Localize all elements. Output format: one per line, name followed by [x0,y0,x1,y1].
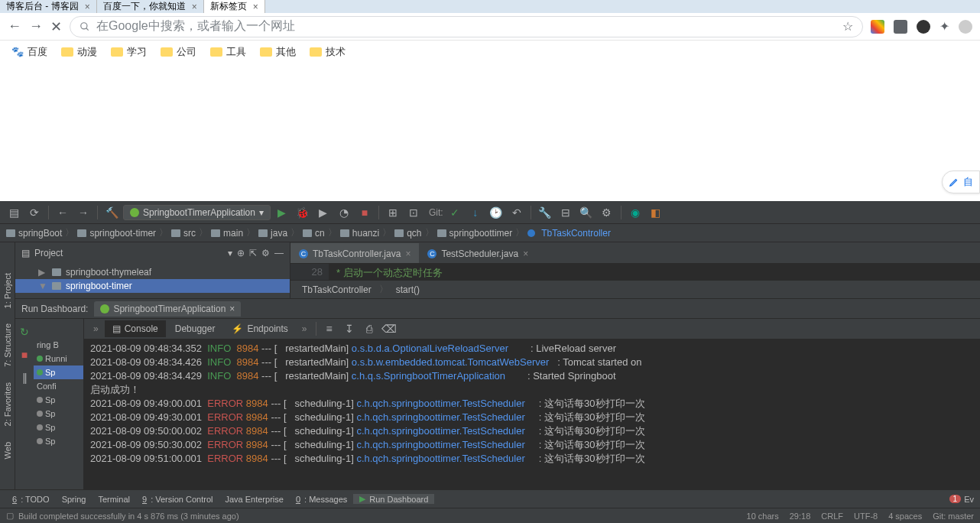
toolbar-icon[interactable]: ⊡ [404,203,423,222]
run-config-item[interactable]: Sp [34,365,83,379]
breadcrumb-item[interactable]: springBoot [6,228,62,239]
more-icon[interactable]: » [89,323,103,334]
omnibox[interactable]: 在Google中搜索，或者输入一个网址 ☆ [70,16,863,37]
editor-content[interactable]: 28 * 启动一个动态定时任务 [290,264,980,280]
tab-endpoints[interactable]: ⚡Endpoints [224,320,295,337]
close-icon[interactable]: × [192,2,197,12]
revert-icon[interactable]: ↶ [508,203,526,222]
run-config-item[interactable]: Sp [34,421,83,434]
status-item[interactable]: 10 chars [747,512,779,521]
bookmark-item[interactable]: 🐾百度 [11,45,47,59]
coverage-icon[interactable]: ▶ [314,203,333,222]
tool-window-button[interactable]: Spring [56,495,92,504]
build-icon[interactable]: 🔨 [102,203,121,222]
run-config-item[interactable]: Sp [34,393,83,407]
breadcrumb-item[interactable]: cn [303,228,325,239]
extension-icon[interactable] [871,20,884,34]
clear-icon[interactable]: ⌫ [380,320,398,338]
bookmark-item[interactable]: 动漫 [61,45,97,59]
customize-button[interactable]: 自 [942,171,980,193]
forward-icon[interactable]: → [29,18,43,34]
gear-icon[interactable]: ⚙ [261,248,270,258]
status-item[interactable]: Git: master [933,512,974,521]
run-dash-tab[interactable]: SpringbootTimerApplication × [94,301,241,317]
save-icon[interactable]: ▤ [5,203,23,222]
breadcrumb-item[interactable]: qch [394,228,421,239]
forward-icon[interactable]: → [74,203,92,222]
back-icon[interactable]: ← [8,18,21,34]
browser-tab[interactable]: 百度一下，你就知道× [97,0,204,13]
status-item[interactable]: UTF-8 [854,512,878,521]
bookmark-item[interactable]: 公司 [161,45,196,59]
bookmark-item[interactable]: 学习 [111,45,147,59]
search-icon[interactable]: 🔍 [577,203,595,222]
stop-icon[interactable]: ■ [355,203,374,222]
update-icon[interactable]: ↓ [466,203,485,222]
error-badge[interactable]: 1 [949,495,962,503]
browser-tab[interactable]: 新标签页× [204,0,265,13]
side-tab-project[interactable]: 1: Project [2,265,14,316]
bookmark-item[interactable]: 技术 [310,45,346,59]
run-config-item[interactable]: Sp [34,434,83,448]
avatar-icon[interactable] [959,20,972,34]
bookmark-item[interactable]: 工具 [210,45,246,59]
code-area[interactable]: * 启动一个动态定时任务 [329,264,980,280]
side-tab-structure[interactable]: 7: Structure [2,316,14,375]
debug-icon[interactable]: 🐞 [294,203,312,222]
scroll-end-icon[interactable]: ↧ [340,320,359,338]
bookmark-item[interactable]: 其他 [260,45,296,59]
editor-tab[interactable]: CTestScheduler.java× [419,243,537,263]
status-item[interactable]: 4 spaces [888,512,922,521]
extension-icon[interactable] [894,20,907,34]
rerun-icon[interactable]: ↻ [15,323,34,341]
soft-wrap-icon[interactable]: ≡ [320,320,339,338]
tool-window-button[interactable]: Terminal [92,495,136,504]
plugin-icon[interactable]: ◉ [626,203,644,222]
tree-item[interactable]: ▼springboot-timer [15,279,290,293]
breadcrumb-item[interactable]: main [211,228,243,239]
collapse-icon[interactable]: ⇱ [249,248,257,258]
tool-window-button[interactable]: ▶ Run Dashboard [353,494,434,504]
run-config-item[interactable]: ring B [34,338,83,352]
close-icon[interactable]: × [253,2,258,12]
plugin-icon[interactable]: ◧ [647,203,665,222]
editor-tab[interactable]: CTbTaskController.java× [290,243,419,263]
tool-window-button[interactable]: 0: Messages [290,495,353,504]
breadcrumb-item[interactable]: java [258,228,287,239]
more-icon[interactable]: » [297,323,312,334]
commit-icon[interactable]: ✓ [446,203,464,222]
pause-icon[interactable]: ‖ [15,369,34,387]
run-icon[interactable]: ▶ [273,203,291,222]
run-config-item[interactable]: Confi [34,379,83,393]
close-icon[interactable]: × [85,2,90,12]
breadcrumb-item[interactable]: springboot-timer [77,228,156,239]
stop-icon[interactable]: ✕ [50,18,62,35]
side-tab-web[interactable]: Web [2,434,14,466]
breadcrumb-item[interactable]: huanzi [340,228,379,239]
breadcrumb-item[interactable]: src [171,228,196,239]
chevron-down-icon[interactable]: ▾ [228,248,232,258]
profile-icon[interactable]: ◔ [335,203,353,222]
side-tab-favorites[interactable]: 2: Favorites [2,375,14,434]
tree-item[interactable]: ▶springboot-thymeleaf [15,265,290,279]
tool-window-button[interactable]: Java Enterprise [219,495,289,504]
print-icon[interactable]: ⎙ [360,320,378,338]
browser-tab[interactable]: 博客后台 - 博客园× [0,0,97,13]
status-item[interactable]: 29:18 [790,512,811,521]
tab-debugger[interactable]: Debugger [167,320,223,337]
status-item[interactable]: CRLF [821,512,843,521]
back-icon[interactable]: ← [54,203,72,222]
close-icon[interactable]: × [229,304,235,314]
stop-icon[interactable]: ■ [15,346,34,364]
settings-icon[interactable]: ⚙ [598,203,616,222]
target-icon[interactable]: ⊕ [237,248,245,258]
breadcrumb-item[interactable]: springboottimer [437,228,513,239]
run-config-selector[interactable]: SpringbootTimerApplication ▾ [123,205,271,220]
close-icon[interactable]: × [523,249,528,259]
wrench-icon[interactable]: 🔧 [536,203,554,222]
run-config-item[interactable]: Sp [34,407,83,421]
tool-window-button[interactable]: 9: Version Control [136,495,219,504]
run-config-item[interactable]: Runni [34,352,83,365]
breadcrumb-item[interactable]: TbTaskController [527,228,611,239]
close-icon[interactable]: × [405,249,410,259]
